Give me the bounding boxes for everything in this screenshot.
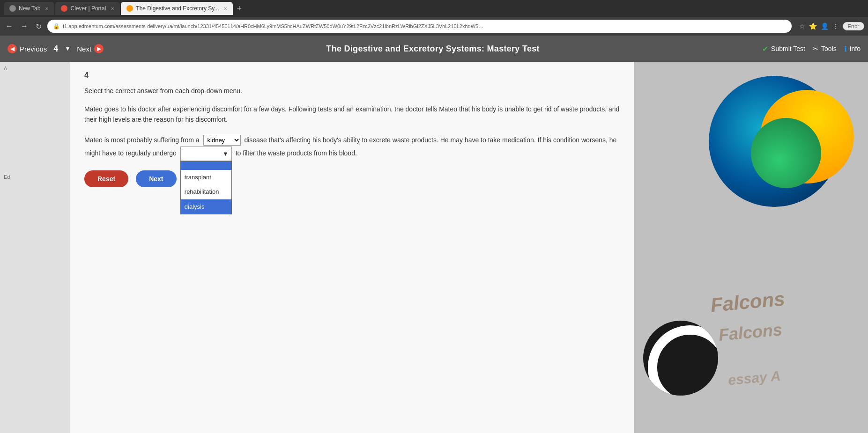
browser-chrome: New Tab ✕ Clever | Portal ✕ The Digestiv… — [0, 0, 868, 36]
dropdown2-menu: transplant rehabilitation dialysis — [180, 161, 232, 214]
next-icon: ▶ — [94, 44, 104, 53]
extension-icon[interactable]: ⭐ — [809, 22, 817, 30]
tab-label-clever: Clever | Portal — [70, 5, 106, 12]
new-tab-button[interactable]: + — [234, 4, 245, 14]
tab-label-digestive: The Digestive and Excretory Sy... — [136, 5, 219, 12]
dropdown2-container[interactable]: ▼ transplant rehabilitation dialysis — [180, 147, 232, 161]
refresh-button[interactable]: ↻ — [34, 21, 44, 32]
sentence-part1: Mateo is most probably suffering from a — [84, 136, 200, 144]
next-button-main[interactable]: Next — [136, 170, 176, 187]
left-sidebar: A Ed — [0, 62, 70, 433]
tools-button[interactable]: ✂ Tools — [813, 45, 837, 52]
dropdown-menu-header — [181, 161, 231, 170]
info-button[interactable]: ℹ Info — [844, 44, 861, 53]
falcons-text: Falcons Falcons essay A — [634, 281, 868, 396]
deco-circle-green — [751, 118, 821, 188]
sentence-part3: to filter the waste products from his bl… — [236, 149, 357, 157]
tools-label: Tools — [821, 45, 837, 52]
lock-icon: 🔒 — [53, 23, 60, 29]
dropdown-option-transplant[interactable]: transplant — [181, 170, 231, 184]
tab-favicon-newtab — [9, 5, 16, 12]
dropdown2-chevron: ▼ — [223, 148, 229, 159]
toolbar-right: ✔ Submit Test ✂ Tools ℹ Info — [762, 44, 861, 53]
profile-icon[interactable]: 👤 — [821, 22, 829, 30]
toolbar-nav: ◀ Previous 4 ▼ Next ▶ — [7, 44, 104, 54]
back-button[interactable]: ← — [4, 21, 15, 31]
tab-label-newtab: New Tab — [19, 5, 40, 12]
tab-favicon-digestive — [126, 5, 133, 12]
previous-label: Previous — [20, 45, 47, 53]
tab-close-newtab[interactable]: ✕ — [45, 6, 49, 11]
info-icon: ℹ — [844, 44, 847, 53]
bookmark-icon[interactable]: ☆ — [799, 22, 805, 30]
dropdown-option-rehabilitation[interactable]: rehabilitation — [181, 184, 231, 199]
next-button-toolbar[interactable]: Next ▶ — [77, 44, 104, 53]
passage-text: Mateo goes to his doctor after experienc… — [84, 104, 620, 125]
dropdown2-trigger[interactable]: ▼ — [180, 147, 232, 161]
tab-favicon-clever — [61, 5, 67, 12]
submit-icon: ✔ — [762, 44, 768, 53]
passage-content: Mateo goes to his doctor after experienc… — [84, 105, 619, 123]
assessment-toolbar: ◀ Previous 4 ▼ Next ▶ The Digestive and … — [0, 36, 868, 62]
address-bar[interactable]: 🔒 f1.app.edmentum.com/assessments-delive… — [47, 20, 792, 33]
forward-button[interactable]: → — [19, 21, 30, 31]
reset-button[interactable]: Reset — [84, 170, 128, 187]
tools-icon: ✂ — [813, 45, 818, 52]
main-content: A Ed 4 Select the correct answer from ea… — [0, 62, 868, 433]
error-button[interactable]: Error — [843, 22, 864, 30]
tab-close-digestive[interactable]: ✕ — [223, 6, 227, 11]
question-number-display: 4 — [53, 44, 58, 54]
question-dropdown-icon[interactable]: ▼ — [65, 45, 70, 52]
falcons-line3: essay A — [637, 360, 868, 396]
submit-test-button[interactable]: ✔ Submit Test — [762, 44, 805, 53]
address-text: f1.app.edmentum.com/assessments-delivery… — [63, 23, 484, 29]
address-bar-icons: ☆ ⭐ 👤 ⋮ — [799, 22, 839, 30]
content-area: 4 Select the correct answer from each dr… — [70, 62, 634, 433]
sidebar-label-2: Ed — [4, 174, 10, 180]
address-bar-row: ← → ↻ 🔒 f1.app.edmentum.com/assessments-… — [0, 17, 868, 36]
tab-new-tab[interactable]: New Tab ✕ — [4, 2, 54, 15]
next-label-toolbar: Next — [77, 45, 91, 53]
submit-label: Submit Test — [771, 45, 805, 52]
previous-button[interactable]: ◀ Previous — [7, 44, 47, 53]
menu-icon[interactable]: ⋮ — [832, 22, 839, 30]
sidebar-label: A — [4, 66, 7, 71]
tab-digestive[interactable]: The Digestive and Excretory Sy... ✕ — [121, 2, 233, 15]
dropdown-option-dialysis[interactable]: dialysis — [181, 199, 231, 214]
dropdown1-select[interactable]: kidney liver lung heart — [203, 135, 241, 146]
buttons-row: Reset Next — [84, 170, 620, 187]
right-sidebar: Falcons Falcons essay A — [634, 62, 868, 433]
question-sentence: Mateo is most probably suffering from a … — [84, 134, 620, 161]
toolbar-title: The Digestive and Excretory Systems: Mas… — [104, 44, 762, 54]
tab-close-clever[interactable]: ✕ — [111, 6, 114, 11]
info-label: Info — [850, 45, 861, 52]
dropdown1-container[interactable]: kidney liver lung heart — [203, 134, 241, 146]
question-number: 4 — [84, 71, 620, 80]
tab-bar: New Tab ✕ Clever | Portal ✕ The Digestiv… — [0, 0, 868, 17]
prev-icon: ◀ — [7, 44, 17, 53]
tab-clever[interactable]: Clever | Portal ✕ — [55, 2, 120, 15]
instruction-text: Select the correct answer from each drop… — [84, 87, 620, 95]
